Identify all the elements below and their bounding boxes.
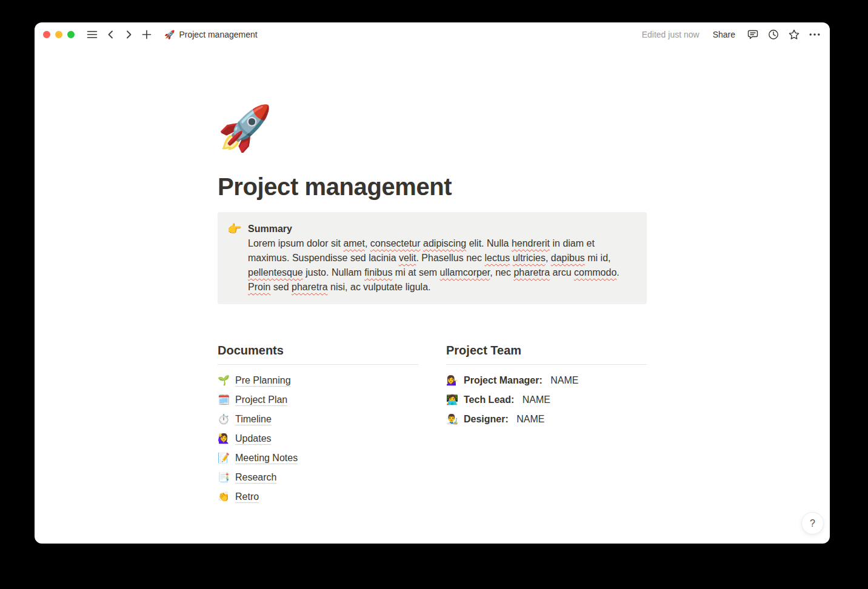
team-member-row: 👨‍🎨 Designer: NAME xyxy=(446,410,647,429)
ellipsis-icon xyxy=(809,33,820,36)
document-link-label: Retro xyxy=(235,491,259,502)
callout-title: Summary xyxy=(248,222,637,236)
misspelled-word: consectetur xyxy=(370,238,421,248)
back-button[interactable] xyxy=(102,27,118,42)
nav-buttons xyxy=(84,27,155,42)
document-link-label: Project Plan xyxy=(235,394,287,405)
edited-status: Edited just now xyxy=(642,30,699,39)
page-icon-rocket[interactable]: 🚀 xyxy=(218,104,269,151)
misspelled-word: Proin xyxy=(248,282,270,292)
documents-column: Documents 🌱 Pre Planning 🗓️ Project Plan… xyxy=(218,342,418,507)
star-icon xyxy=(788,28,800,41)
misspelled-word: hendrerit xyxy=(512,238,550,248)
team-member-row: 💁‍♀️ Project Manager: NAME xyxy=(446,371,647,390)
forward-button[interactable] xyxy=(121,27,136,42)
document-link[interactable]: 👏 Retro xyxy=(218,487,418,507)
misspelled-word: pellentesque xyxy=(248,267,303,278)
member-role: Tech Lead: xyxy=(464,394,514,405)
misspelled-word: ultricies xyxy=(513,253,546,263)
titlebar: 🚀 Project management Edited just now Sha… xyxy=(35,22,830,47)
column-divider xyxy=(218,364,418,365)
document-link-label: Timeline xyxy=(235,414,272,425)
misspelled-word: adipiscing xyxy=(423,238,466,248)
documents-list: 🌱 Pre Planning 🗓️ Project Plan ⏱️ Timeli… xyxy=(218,371,418,507)
member-icon: 👨‍🎨 xyxy=(446,414,458,424)
member-name: NAME xyxy=(548,375,579,386)
document-link[interactable]: 📑 Research xyxy=(218,468,418,487)
document-link[interactable]: 🙋‍♀️ Updates xyxy=(218,429,418,448)
misspelled-word: pharetra xyxy=(513,267,550,278)
team-list: 💁‍♀️ Project Manager: NAME 👩‍💻 Tech Lead… xyxy=(446,371,647,429)
member-name: NAME xyxy=(519,394,550,405)
summary-callout: 👉 Summary Lorem ipsum dolor sit amet, co… xyxy=(218,212,647,304)
member-icon: 💁‍♀️ xyxy=(446,376,458,385)
misspelled-word: velit xyxy=(399,253,416,263)
chevron-left-icon xyxy=(107,30,114,39)
misspelled-word: lectus xyxy=(484,253,510,263)
close-window-button[interactable] xyxy=(43,31,50,38)
document-page-icon: 🙋‍♀️ xyxy=(218,434,230,444)
breadcrumb-title: Project management xyxy=(179,30,257,39)
document-page-icon: 📑 xyxy=(218,473,230,482)
comment-icon xyxy=(747,28,759,41)
two-column-section: Documents 🌱 Pre Planning 🗓️ Project Plan… xyxy=(218,342,647,507)
document-link[interactable]: 🌱 Pre Planning xyxy=(218,371,418,390)
misspelled-word: dapibus xyxy=(551,253,585,263)
history-clock-icon xyxy=(767,28,780,41)
document-link[interactable]: 📝 Meeting Notes xyxy=(218,448,418,468)
comments-button[interactable] xyxy=(745,27,761,42)
titlebar-actions: Edited just now Share xyxy=(642,27,823,42)
breadcrumb[interactable]: 🚀 Project management xyxy=(161,28,261,41)
misspelled-word: finibus xyxy=(364,267,392,278)
document-page-icon: 👏 xyxy=(218,492,230,502)
callout-text: Lorem ipsum dolor sit amet, consectetur … xyxy=(248,236,637,294)
share-button[interactable]: Share xyxy=(708,27,740,42)
misspelled-word: commodo xyxy=(574,267,616,278)
team-heading: Project Team xyxy=(446,342,647,359)
member-role: Project Manager: xyxy=(464,375,542,386)
document-page-icon: 🌱 xyxy=(218,376,230,385)
member-role: Designer: xyxy=(464,414,509,425)
page-title[interactable]: Project management xyxy=(218,172,647,201)
document-link[interactable]: ⏱️ Timeline xyxy=(218,410,418,429)
plus-icon xyxy=(142,30,152,39)
document-link[interactable]: 🗓️ Project Plan xyxy=(218,390,418,410)
member-name: NAME xyxy=(514,414,545,425)
page-body: 🚀 Project management 👉 Summary Lorem ips… xyxy=(218,47,647,507)
member-icon: 👩‍💻 xyxy=(446,395,458,405)
sidebar-menu-button[interactable] xyxy=(84,27,100,42)
window-controls xyxy=(41,31,77,38)
fullscreen-window-button[interactable] xyxy=(67,31,75,38)
history-button[interactable] xyxy=(766,27,781,42)
document-link-label: Research xyxy=(235,472,276,483)
team-member-row: 👩‍💻 Tech Lead: NAME xyxy=(446,390,647,410)
document-page-icon: ⏱️ xyxy=(218,414,230,424)
help-button[interactable]: ? xyxy=(801,512,824,534)
document-link-label: Pre Planning xyxy=(235,375,291,386)
sidebar-menu-icon xyxy=(87,30,98,39)
new-page-button[interactable] xyxy=(139,27,155,42)
documents-heading: Documents xyxy=(218,342,418,359)
team-column: Project Team 💁‍♀️ Project Manager: NAME … xyxy=(446,342,647,507)
minimize-window-button[interactable] xyxy=(55,31,62,38)
document-link-label: Updates xyxy=(235,433,272,444)
document-link-label: Meeting Notes xyxy=(235,453,298,464)
chevron-right-icon xyxy=(125,30,132,39)
document-page-icon: 📝 xyxy=(218,453,230,463)
notion-window: 🚀 Project management Edited just now Sha… xyxy=(35,22,830,544)
more-options-button[interactable] xyxy=(807,27,823,42)
favorite-button[interactable] xyxy=(786,27,802,42)
column-divider xyxy=(446,364,647,365)
rocket-icon: 🚀 xyxy=(164,30,175,39)
pointing-right-icon: 👉 xyxy=(227,222,242,236)
document-page-icon: 🗓️ xyxy=(218,395,230,405)
misspelled-word: ullamcorper xyxy=(440,267,490,278)
misspelled-word: amet xyxy=(343,238,365,248)
misspelled-word: pharetra xyxy=(292,282,328,292)
